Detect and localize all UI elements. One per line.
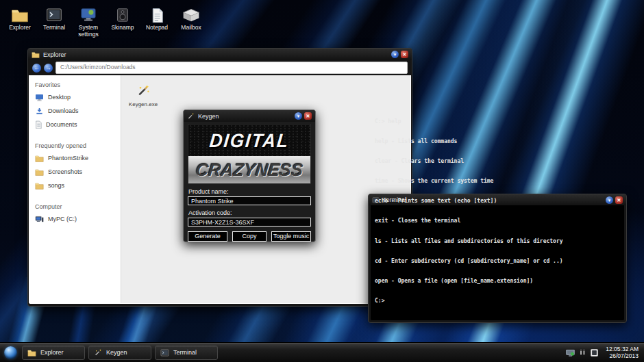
- terminal-line: time - Shows the current system time: [375, 178, 621, 185]
- folder-icon: [2, 7, 38, 23]
- sidebar-section-header: Favorites: [29, 79, 121, 90]
- desktop-icon-label: Mailbox: [173, 25, 209, 31]
- keygen-logo: DIGITAL CRAZYNESS: [188, 124, 311, 184]
- sidebar-item-desktop[interactable]: Desktop: [29, 90, 121, 104]
- activation-code-input[interactable]: [188, 218, 311, 227]
- sidebar-item-label: Downloads: [48, 107, 79, 114]
- explorer-sidebar: Favorites Desktop Downloads Documents Fr…: [29, 75, 121, 304]
- sidebar-item-label: Screenshots: [48, 168, 82, 175]
- sidebar-item-screenshots[interactable]: Screenshots: [29, 165, 121, 179]
- folder-icon: [35, 168, 44, 176]
- minimize-button[interactable]: ▾: [295, 112, 302, 120]
- clock: 12:05:32 AM 26/07/2013: [606, 346, 639, 359]
- forward-button[interactable]: →: [44, 64, 53, 73]
- sidebar-section-header: Computer: [29, 201, 121, 212]
- desktop-icon-label: Explorer: [2, 25, 38, 31]
- product-name-label: Product name:: [188, 188, 310, 195]
- terminal-window: Terminal ▾ ✕ C:> help help - Lists all c…: [368, 194, 627, 323]
- address-input[interactable]: C:/Users/krimzon/Downloads: [55, 62, 408, 74]
- taskbar-button-label: Explorer: [40, 349, 64, 356]
- copy-button[interactable]: Copy: [232, 231, 267, 242]
- terminal-icon: [160, 349, 169, 357]
- sidebar-item-phantomstrike[interactable]: PhantomStrike: [29, 151, 121, 165]
- sidebar-item-label: PhantomStrike: [48, 155, 88, 161]
- sidebar-item-label: Desktop: [48, 94, 71, 101]
- desktop-icon-label: Terminal: [36, 25, 72, 31]
- download-icon: [35, 107, 44, 115]
- notepad-icon: [139, 7, 175, 23]
- desktop: Explorer Terminal System settings Skinam…: [0, 0, 644, 362]
- terminal-icon: [36, 7, 72, 23]
- file-keygen-exe[interactable]: Keygen.exe: [124, 83, 162, 107]
- back-button[interactable]: ←: [32, 64, 41, 73]
- desktop-icon-notepad[interactable]: Notepad: [139, 7, 175, 31]
- sidebar-item-label: songs: [48, 182, 64, 189]
- system-settings-icon: [71, 7, 106, 23]
- window-title: Explorer: [43, 51, 388, 58]
- sidebar-item-label: Documents: [46, 121, 77, 128]
- explorer-address-row: ← → C:/Users/krimzon/Downloads: [28, 60, 412, 75]
- terminal-line: C:> help: [375, 118, 621, 125]
- logo-text-digital: DIGITAL: [208, 129, 290, 151]
- wand-icon: [94, 348, 102, 357]
- logo-text-crazyness: CRAZYNESS: [195, 159, 304, 180]
- keygen-window: Keygen ▾ ✕ DIGITAL CRAZYNESS Product nam…: [183, 109, 316, 242]
- monitor-icon[interactable]: [565, 348, 575, 357]
- folder-icon: [27, 349, 36, 357]
- folder-icon: [35, 182, 44, 190]
- sidebar-item-mypc[interactable]: MyPC (C:): [29, 212, 121, 226]
- terminal-prompt: C:>: [375, 298, 621, 305]
- sidebar-section-header: Frequently opened: [29, 140, 121, 151]
- mailbox-icon: [173, 7, 209, 23]
- taskbar-button-keygen[interactable]: Keygen: [88, 346, 151, 360]
- window-title: Keygen: [198, 113, 291, 120]
- desktop-icon-terminal[interactable]: Terminal: [36, 7, 72, 31]
- desktop-icon-explorer[interactable]: Explorer: [2, 7, 38, 31]
- taskbar-button-label: Terminal: [173, 349, 197, 356]
- explorer-titlebar[interactable]: Explorer ▾ ✕: [28, 49, 412, 60]
- sidebar-item-songs[interactable]: songs: [29, 179, 121, 192]
- toggle-music-button[interactable]: Toggle music: [271, 231, 311, 242]
- desktop-icon-system-settings[interactable]: System settings: [71, 7, 106, 38]
- minimize-button[interactable]: ▾: [391, 51, 399, 58]
- system-tray: 12:05:32 AM 26/07/2013: [565, 346, 640, 359]
- taskbar-button-label: Keygen: [106, 349, 127, 356]
- taskbar-button-explorer[interactable]: Explorer: [22, 346, 85, 360]
- terminal-output: C:> help help - Lists all commands clear…: [375, 105, 621, 318]
- terminal-line: cd - Enter subdirectory (cd [subdirector…: [375, 258, 621, 265]
- desktop-icon-skinamp[interactable]: Skinamp: [105, 7, 140, 31]
- desktop-icon-label: System settings: [71, 25, 106, 38]
- folder-icon: [35, 155, 44, 162]
- computer-icon: [35, 216, 44, 223]
- desktop-icon-label: Skinamp: [105, 25, 140, 31]
- desktop-icon-mailbox[interactable]: Mailbox: [173, 7, 209, 31]
- product-name-input[interactable]: [188, 196, 311, 205]
- wand-icon: [187, 110, 195, 122]
- desktop-icon-label: Notepad: [139, 25, 175, 31]
- taskbar: Explorer Keygen Terminal 12:05:32 AM 26/…: [0, 342, 644, 362]
- generate-button[interactable]: Generate: [188, 231, 227, 242]
- document-icon: [35, 120, 42, 129]
- start-button[interactable]: [4, 346, 17, 359]
- terminal-line: ls - Lists all files and subdirectories …: [375, 238, 621, 245]
- terminal-line: clear - Clears the terminal: [375, 158, 621, 165]
- terminal-line: help - Lists all commands: [375, 138, 621, 145]
- taskbar-button-terminal[interactable]: Terminal: [155, 346, 218, 360]
- sidebar-item-documents[interactable]: Documents: [29, 118, 121, 131]
- terminal-line: exit - Closes the terminal: [375, 218, 621, 224]
- desktop-icon: [35, 94, 44, 101]
- volume-bars-icon[interactable]: [579, 348, 586, 357]
- clock-date: 26/07/2013: [606, 352, 639, 359]
- close-button[interactable]: ✕: [304, 112, 312, 120]
- sidebar-item-label: MyPC (C:): [48, 216, 77, 222]
- square-indicator-icon[interactable]: [590, 348, 599, 357]
- wand-icon: [135, 83, 151, 97]
- speaker-icon: [105, 7, 140, 23]
- terminal-line: open - Opens a file (open [file_name.ext…: [375, 278, 621, 285]
- clock-time: 12:05:32 AM: [606, 346, 639, 352]
- terminal-screen[interactable]: C:> help help - Lists all commands clear…: [371, 205, 624, 320]
- sidebar-item-downloads[interactable]: Downloads: [29, 104, 121, 118]
- close-button[interactable]: ✕: [401, 51, 408, 58]
- activation-code-label: Activation code:: [188, 209, 310, 216]
- keygen-titlebar[interactable]: Keygen ▾ ✕: [184, 110, 315, 122]
